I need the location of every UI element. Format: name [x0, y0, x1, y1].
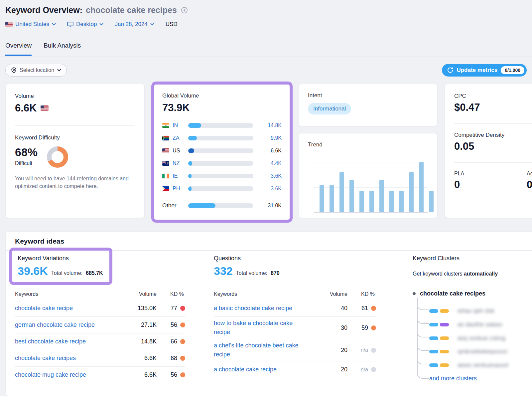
- kd-dot: [180, 356, 185, 361]
- volume-bar-fill: [188, 186, 192, 191]
- keyword-link[interactable]: german chocolate cake recipe: [15, 320, 125, 329]
- difficulty-note: You will need to have 144 referring doma…: [15, 175, 135, 190]
- keyword-link[interactable]: a basic chocolate cake recipe: [214, 304, 322, 313]
- col-volume: Volume: [125, 291, 157, 297]
- keyword-link[interactable]: best chocolate cake recipe: [15, 337, 125, 346]
- cluster-bar-icon: [429, 363, 449, 367]
- kd-dot: [180, 339, 185, 344]
- difficulty-donut-chart: [47, 146, 68, 168]
- country-volume: 4.4K: [271, 160, 282, 166]
- country-code: IN: [173, 122, 185, 128]
- ads-label: Ads: [527, 171, 532, 177]
- kd-dot: [371, 325, 376, 330]
- trend-bar: [339, 172, 344, 212]
- card-divider: [454, 123, 532, 124]
- location-pin-icon: [11, 67, 17, 74]
- country-volume: 14.8K: [268, 122, 282, 128]
- device-filter[interactable]: Desktop: [67, 21, 103, 28]
- country-filter[interactable]: United States: [5, 21, 56, 28]
- cluster-bar-icon: [429, 323, 449, 326]
- add-keyword-icon[interactable]: [181, 7, 188, 14]
- keyword-variations-label: Keyword Variations: [18, 255, 104, 262]
- date-filter[interactable]: Jan 28, 2024: [115, 21, 154, 28]
- kd-cell: 66: [157, 338, 185, 345]
- volume-value: 6.6K: [15, 102, 37, 114]
- select-location-label: Select location: [20, 67, 54, 73]
- country-code: US: [173, 148, 185, 154]
- update-metrics-button[interactable]: Update metrics 0/1,000: [442, 64, 527, 77]
- gridline: [314, 162, 428, 162]
- keyword-link[interactable]: a chocolate cake recipe: [214, 365, 322, 374]
- kd-dot: [180, 306, 185, 311]
- difficulty-label: Keyword Difficulty: [15, 134, 135, 141]
- tab-bulk-analysis[interactable]: Bulk Analysis: [44, 42, 81, 56]
- page-title-label: Keyword Overview:: [5, 5, 82, 15]
- trend-bar: [419, 162, 424, 212]
- country-code: NZ: [173, 160, 185, 166]
- country-volume: 6.6K: [271, 148, 282, 154]
- col-kd: KD %: [157, 291, 185, 297]
- table-header: Keywords Volume KD %: [15, 288, 185, 300]
- table-row: chocolate mug cake recipe 6.6K 56: [15, 367, 185, 383]
- global-volume-label: Global Volume: [162, 93, 284, 99]
- table-row: a basic chocolate cake recipe 40 61: [214, 300, 376, 317]
- global-volume-highlight-box: Global Volume 73.9K IN 14.8K ZA 9.9K: [151, 82, 293, 223]
- kd-dot: [371, 348, 376, 353]
- cluster-root: chocolate cake recipes: [413, 290, 485, 297]
- cluster-item-label: asq xsnkue cxbng: [458, 335, 505, 342]
- card-divider: [15, 125, 135, 126]
- update-counter-badge: 0/1,000: [501, 66, 524, 74]
- trend-bar: [429, 191, 434, 212]
- global-volume-rows: IN 14.8K ZA 9.9K US 6.6K: [162, 119, 284, 212]
- page-title-keyword: chocolate cake recipes: [86, 5, 177, 15]
- page-title: Keyword Overview: chocolate cake recipes: [5, 5, 188, 15]
- trend-bar: [369, 191, 374, 212]
- table-row: chocolate cake recipe 135.0K 77: [15, 300, 185, 317]
- cluster-bar-icon: [429, 309, 449, 313]
- keyword-variations-highlight-box: Keyword Variations 39.6K Total volume: 6…: [9, 248, 112, 285]
- desktop-icon: [67, 22, 73, 27]
- keyword-link[interactable]: chocolate cake recipes: [15, 354, 125, 363]
- trend-bar: [399, 191, 404, 212]
- volume-cell: 40: [322, 305, 347, 312]
- cluster-item-label: qmknxklwlwqxsxxc: [458, 348, 508, 355]
- volume-bar-fill: [188, 161, 192, 166]
- trend-bar: [359, 191, 364, 212]
- volume-cell: 27.1K: [125, 321, 157, 328]
- country-volume: 3.6K: [271, 173, 282, 179]
- kd-cell: 56: [157, 321, 185, 328]
- global-volume-row-other: Other 31.0K: [162, 199, 284, 212]
- volume-cell: 20: [322, 366, 347, 373]
- select-location-button[interactable]: Select location: [5, 64, 67, 77]
- questions-count[interactable]: 332: [214, 265, 233, 278]
- keyword-link[interactable]: a chef's life chocolate beet cake recipe: [214, 341, 322, 359]
- keyword-link[interactable]: chocolate mug cake recipe: [15, 370, 125, 379]
- kd-cell: 77: [157, 305, 185, 312]
- global-volume-card: Global Volume 73.9K IN 14.8K ZA 9.9K: [154, 85, 290, 220]
- pla-metric: PLA 0: [454, 171, 532, 191]
- cpc-label: CPC: [454, 93, 532, 99]
- total-volume-value: 870: [271, 270, 280, 276]
- questions-label: Questions: [214, 255, 280, 262]
- keyword-link[interactable]: how to bake a chocolate cake recipe: [214, 319, 322, 337]
- kd-value: 56: [171, 321, 177, 328]
- country-volume: 3.6K: [271, 186, 282, 192]
- tab-overview[interactable]: Overview: [5, 42, 32, 56]
- keyword-ideas-panel: Keyword ideas Keyword Variations 39.6K T…: [5, 231, 532, 396]
- more-clusters-link[interactable]: and more clusters: [429, 375, 477, 382]
- volume-bar: [188, 136, 253, 140]
- intent-badge[interactable]: Informational: [308, 103, 351, 114]
- volume-cell: 135.0K: [125, 305, 157, 312]
- table-row: a chef's life chocolate beet cake recipe…: [214, 339, 376, 361]
- cpc-value: $0.47: [454, 101, 532, 113]
- volume-bar-fill: [188, 148, 194, 153]
- col-keywords: Keywords: [214, 291, 322, 297]
- tabs: Overview Bulk Analysis: [5, 42, 81, 56]
- tabs-divider: [0, 57, 532, 57]
- kd-value: 61: [361, 305, 368, 312]
- keyword-variations-count[interactable]: 39.6K: [18, 265, 48, 278]
- keyword-link[interactable]: chocolate cake recipe: [15, 304, 125, 313]
- cluster-item: whau qeh dsk: [429, 307, 494, 314]
- kd-cell: n/a: [347, 367, 376, 373]
- global-volume-divider: [162, 197, 284, 197]
